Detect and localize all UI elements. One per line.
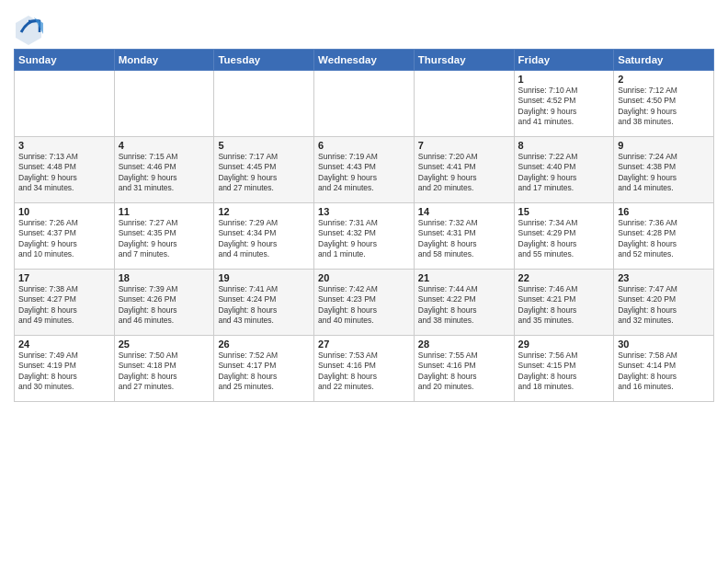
header: [14, 9, 714, 41]
day-info: Sunrise: 7:19 AM Sunset: 4:43 PM Dayligh…: [318, 152, 410, 194]
day-number: 9: [618, 140, 710, 151]
header-cell-monday: Monday: [114, 50, 214, 71]
week-row-2: 10Sunrise: 7:26 AM Sunset: 4:37 PM Dayli…: [15, 203, 714, 270]
day-info: Sunrise: 7:24 AM Sunset: 4:38 PM Dayligh…: [618, 152, 710, 194]
day-number: 14: [418, 206, 510, 217]
header-row: SundayMondayTuesdayWednesdayThursdayFrid…: [15, 50, 714, 71]
day-info: Sunrise: 7:13 AM Sunset: 4:48 PM Dayligh…: [18, 152, 110, 194]
day-cell: 17Sunrise: 7:38 AM Sunset: 4:27 PM Dayli…: [15, 270, 115, 336]
week-row-3: 17Sunrise: 7:38 AM Sunset: 4:27 PM Dayli…: [15, 270, 714, 336]
day-cell: 6Sunrise: 7:19 AM Sunset: 4:43 PM Daylig…: [314, 137, 415, 203]
day-number: 11: [119, 206, 210, 217]
day-cell: 27Sunrise: 7:53 AM Sunset: 4:16 PM Dayli…: [314, 336, 415, 402]
day-cell: [214, 71, 314, 137]
day-info: Sunrise: 7:26 AM Sunset: 4:37 PM Dayligh…: [18, 218, 110, 260]
day-cell: 12Sunrise: 7:29 AM Sunset: 4:34 PM Dayli…: [214, 203, 314, 270]
day-info: Sunrise: 7:47 AM Sunset: 4:20 PM Dayligh…: [618, 284, 710, 327]
day-cell: 1Sunrise: 7:10 AM Sunset: 4:52 PM Daylig…: [514, 71, 614, 137]
day-info: Sunrise: 7:20 AM Sunset: 4:41 PM Dayligh…: [418, 152, 510, 194]
day-number: 29: [518, 339, 610, 350]
day-info: Sunrise: 7:55 AM Sunset: 4:16 PM Dayligh…: [418, 350, 510, 393]
day-info: Sunrise: 7:32 AM Sunset: 4:31 PM Dayligh…: [418, 218, 510, 260]
day-cell: 21Sunrise: 7:44 AM Sunset: 4:22 PM Dayli…: [414, 270, 514, 336]
day-cell: 28Sunrise: 7:55 AM Sunset: 4:16 PM Dayli…: [414, 336, 514, 402]
day-number: 2: [618, 74, 710, 85]
day-number: 23: [618, 272, 710, 283]
week-row-1: 3Sunrise: 7:13 AM Sunset: 4:48 PM Daylig…: [15, 137, 714, 203]
day-number: 16: [618, 206, 710, 217]
day-cell: 9Sunrise: 7:24 AM Sunset: 4:38 PM Daylig…: [614, 137, 714, 203]
day-info: Sunrise: 7:10 AM Sunset: 4:52 PM Dayligh…: [518, 86, 610, 128]
day-info: Sunrise: 7:27 AM Sunset: 4:35 PM Dayligh…: [119, 218, 210, 260]
day-info: Sunrise: 7:42 AM Sunset: 4:23 PM Dayligh…: [318, 284, 410, 327]
day-cell: 29Sunrise: 7:56 AM Sunset: 4:15 PM Dayli…: [514, 336, 614, 402]
day-info: Sunrise: 7:49 AM Sunset: 4:19 PM Dayligh…: [18, 350, 110, 393]
day-number: 4: [119, 140, 210, 151]
day-number: 7: [418, 140, 510, 151]
day-number: 19: [218, 272, 310, 283]
day-number: 30: [618, 339, 710, 350]
day-cell: 14Sunrise: 7:32 AM Sunset: 4:31 PM Dayli…: [414, 203, 514, 270]
logo: [14, 14, 43, 41]
day-number: 5: [218, 140, 310, 151]
day-number: 3: [18, 140, 110, 151]
page-container: SundayMondayTuesdayWednesdayThursdayFrid…: [0, 0, 728, 407]
day-cell: 8Sunrise: 7:22 AM Sunset: 4:40 PM Daylig…: [514, 137, 614, 203]
week-row-0: 1Sunrise: 7:10 AM Sunset: 4:52 PM Daylig…: [15, 71, 714, 137]
day-number: 24: [18, 339, 110, 350]
day-cell: 2Sunrise: 7:12 AM Sunset: 4:50 PM Daylig…: [614, 71, 714, 137]
day-info: Sunrise: 7:15 AM Sunset: 4:46 PM Dayligh…: [119, 152, 210, 194]
day-info: Sunrise: 7:44 AM Sunset: 4:22 PM Dayligh…: [418, 284, 510, 327]
day-cell: 30Sunrise: 7:58 AM Sunset: 4:14 PM Dayli…: [614, 336, 714, 402]
day-number: 10: [18, 206, 110, 217]
day-cell: [314, 71, 415, 137]
day-number: 8: [518, 140, 610, 151]
day-cell: 22Sunrise: 7:46 AM Sunset: 4:21 PM Dayli…: [514, 270, 614, 336]
header-cell-friday: Friday: [514, 50, 614, 71]
day-number: 13: [318, 206, 410, 217]
day-cell: 23Sunrise: 7:47 AM Sunset: 4:20 PM Dayli…: [614, 270, 714, 336]
day-info: Sunrise: 7:41 AM Sunset: 4:24 PM Dayligh…: [218, 284, 310, 327]
day-cell: 19Sunrise: 7:41 AM Sunset: 4:24 PM Dayli…: [214, 270, 314, 336]
day-info: Sunrise: 7:39 AM Sunset: 4:26 PM Dayligh…: [119, 284, 210, 327]
day-number: 12: [218, 206, 310, 217]
day-cell: 24Sunrise: 7:49 AM Sunset: 4:19 PM Dayli…: [15, 336, 115, 402]
day-info: Sunrise: 7:56 AM Sunset: 4:15 PM Dayligh…: [518, 350, 610, 393]
day-number: 18: [119, 272, 210, 283]
day-cell: 5Sunrise: 7:17 AM Sunset: 4:45 PM Daylig…: [214, 137, 314, 203]
logo-icon: [14, 14, 41, 41]
day-number: 17: [18, 272, 110, 283]
day-info: Sunrise: 7:22 AM Sunset: 4:40 PM Dayligh…: [518, 152, 610, 194]
day-number: 28: [418, 339, 510, 350]
day-cell: 11Sunrise: 7:27 AM Sunset: 4:35 PM Dayli…: [114, 203, 214, 270]
header-cell-tuesday: Tuesday: [214, 50, 314, 71]
day-cell: [414, 71, 514, 137]
day-info: Sunrise: 7:52 AM Sunset: 4:17 PM Dayligh…: [218, 350, 310, 393]
day-info: Sunrise: 7:34 AM Sunset: 4:29 PM Dayligh…: [518, 218, 610, 260]
day-info: Sunrise: 7:17 AM Sunset: 4:45 PM Dayligh…: [218, 152, 310, 194]
header-cell-saturday: Saturday: [614, 50, 714, 71]
day-info: Sunrise: 7:53 AM Sunset: 4:16 PM Dayligh…: [318, 350, 410, 393]
day-info: Sunrise: 7:36 AM Sunset: 4:28 PM Dayligh…: [618, 218, 710, 260]
day-info: Sunrise: 7:29 AM Sunset: 4:34 PM Dayligh…: [218, 218, 310, 260]
day-info: Sunrise: 7:46 AM Sunset: 4:21 PM Dayligh…: [518, 284, 610, 327]
day-cell: [114, 71, 214, 137]
day-number: 20: [318, 272, 410, 283]
day-info: Sunrise: 7:12 AM Sunset: 4:50 PM Dayligh…: [618, 86, 710, 128]
day-number: 22: [518, 272, 610, 283]
day-number: 25: [119, 339, 210, 350]
calendar-table: SundayMondayTuesdayWednesdayThursdayFrid…: [14, 49, 714, 402]
week-row-4: 24Sunrise: 7:49 AM Sunset: 4:19 PM Dayli…: [15, 336, 714, 402]
header-cell-sunday: Sunday: [15, 50, 115, 71]
day-info: Sunrise: 7:31 AM Sunset: 4:32 PM Dayligh…: [318, 218, 410, 260]
day-number: 27: [318, 339, 410, 350]
day-info: Sunrise: 7:50 AM Sunset: 4:18 PM Dayligh…: [119, 350, 210, 393]
day-cell: 15Sunrise: 7:34 AM Sunset: 4:29 PM Dayli…: [514, 203, 614, 270]
day-cell: 20Sunrise: 7:42 AM Sunset: 4:23 PM Dayli…: [314, 270, 415, 336]
day-cell: 26Sunrise: 7:52 AM Sunset: 4:17 PM Dayli…: [214, 336, 314, 402]
header-cell-wednesday: Wednesday: [314, 50, 415, 71]
day-number: 15: [518, 206, 610, 217]
day-cell: 7Sunrise: 7:20 AM Sunset: 4:41 PM Daylig…: [414, 137, 514, 203]
day-info: Sunrise: 7:58 AM Sunset: 4:14 PM Dayligh…: [618, 350, 710, 393]
day-cell: 4Sunrise: 7:15 AM Sunset: 4:46 PM Daylig…: [114, 137, 214, 203]
